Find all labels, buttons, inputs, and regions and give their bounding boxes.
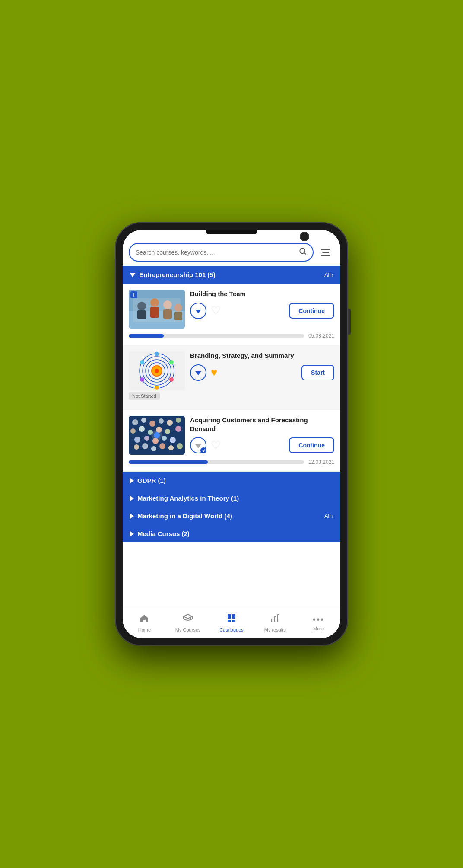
section-title-ma: Marketing Analytics in Theory (1) — [137, 495, 239, 502]
svg-point-34 — [139, 426, 145, 432]
section-all-md[interactable]: All › — [324, 513, 333, 520]
svg-rect-55 — [232, 620, 235, 622]
svg-point-46 — [151, 446, 156, 451]
section-header-marketing-analytics[interactable]: Marketing Analytics in Theory (1) — [123, 489, 340, 507]
all-label: All — [324, 271, 330, 278]
svg-point-22 — [169, 377, 174, 382]
section-header-left-mc: Media Cursus (2) — [130, 530, 190, 537]
heart-icon[interactable]: ♡ — [211, 304, 221, 317]
svg-point-19 — [155, 369, 159, 373]
filter-line-3 — [321, 255, 330, 256]
course-thumbnail-team: i — [129, 290, 185, 329]
svg-point-20 — [155, 352, 159, 356]
all-label-md: All — [324, 513, 330, 519]
svg-point-33 — [130, 428, 136, 434]
section-header-marketing-digital[interactable]: Marketing in a Digital World (4) All › — [123, 507, 340, 525]
svg-point-24 — [140, 377, 144, 382]
info-badge: i — [130, 291, 137, 298]
continue-button-customers[interactable]: Continue — [289, 437, 334, 453]
course-thumbnail-strategy — [129, 351, 185, 390]
download-check-badge — [200, 447, 206, 453]
download-button[interactable] — [190, 303, 206, 319]
section-header-left-gdpr: GDPR (1) — [130, 477, 166, 484]
phone-frame: Entrepreneurship 101 (5) All › — [115, 222, 348, 646]
course-title-branding: Branding, Strategy, and Summary — [190, 351, 334, 360]
nav-item-home[interactable]: Home — [123, 610, 166, 636]
phone-camera — [300, 232, 309, 241]
chevron-right-icon-md: › — [331, 513, 333, 520]
svg-rect-56 — [271, 619, 273, 622]
status-badge: Not Started — [129, 392, 160, 400]
filter-button[interactable] — [317, 244, 334, 261]
svg-point-32 — [176, 418, 181, 423]
heart-icon-customers[interactable]: ♡ — [211, 439, 221, 452]
course-actions-customers: ♡ Continue — [190, 437, 334, 453]
filter-line-2 — [322, 252, 329, 253]
section-header-media-cursus[interactable]: Media Cursus (2) — [123, 525, 340, 542]
progress-row-customers: 12.03.2021 — [129, 455, 334, 471]
svg-line-1 — [304, 252, 305, 254]
nav-item-catalogues[interactable]: Catalogues — [210, 610, 254, 636]
svg-point-11 — [174, 304, 182, 312]
thumb-strategy-bg — [129, 351, 185, 390]
search-bar[interactable] — [129, 243, 314, 262]
svg-point-23 — [155, 386, 159, 390]
nav-item-my-courses[interactable]: My Courses — [166, 610, 210, 636]
progress-date: 05.08.2021 — [308, 333, 334, 339]
nav-label-my-results: My results — [264, 627, 286, 632]
course-info: Building the Team ♡ Continue — [190, 290, 334, 319]
progress-bar — [129, 334, 304, 338]
svg-rect-58 — [277, 615, 279, 622]
download-arrow-icon — [195, 310, 201, 313]
bottom-nav: Home My Courses — [123, 607, 340, 638]
svg-point-48 — [168, 445, 174, 450]
my-courses-icon — [183, 613, 193, 626]
svg-point-51 — [154, 432, 160, 438]
svg-point-25 — [140, 360, 144, 364]
chevron-right-icon: › — [331, 271, 333, 278]
heart-icon-branding[interactable]: ♥ — [211, 366, 217, 379]
nav-item-my-results[interactable]: My results — [253, 610, 297, 636]
section-header-left-ma: Marketing Analytics in Theory (1) — [130, 495, 239, 502]
section-header-entrepreneurship[interactable]: Entrepreneurship 101 (5) All › — [123, 266, 340, 284]
content-area: Entrepreneurship 101 (5) All › — [123, 266, 340, 607]
svg-point-37 — [165, 429, 170, 434]
svg-point-43 — [170, 437, 176, 443]
svg-point-47 — [159, 443, 165, 449]
svg-point-42 — [162, 436, 167, 441]
arrow-right-icon-ma — [130, 495, 134, 501]
arrow-down-icon — [130, 273, 136, 277]
course-card-branding: Branding, Strategy, and Summary ♥ Start … — [123, 345, 340, 410]
nav-label-more: More — [313, 626, 324, 631]
course-thumbnail-customers — [129, 416, 185, 455]
svg-point-45 — [142, 443, 148, 449]
course-actions: ♡ Continue — [190, 303, 334, 319]
progress-fill — [129, 334, 164, 338]
arrow-right-icon-md — [130, 513, 134, 519]
search-input[interactable] — [136, 249, 299, 256]
course-actions-branding: ♥ Start — [190, 364, 334, 381]
section-header-gdpr[interactable]: GDPR (1) — [123, 472, 340, 489]
progress-row: 05.08.2021 — [129, 329, 334, 345]
svg-point-29 — [149, 421, 155, 427]
svg-point-28 — [141, 418, 146, 423]
arrow-right-icon-mc — [130, 531, 134, 537]
download-button-branding[interactable] — [190, 364, 206, 381]
progress-bar-customers — [129, 460, 304, 464]
nav-label-catalogues: Catalogues — [219, 627, 244, 632]
start-button[interactable]: Start — [301, 365, 334, 380]
phone-side-button — [348, 309, 351, 335]
continue-button[interactable]: Continue — [289, 303, 334, 319]
download-button-customers[interactable] — [190, 437, 206, 453]
svg-rect-10 — [163, 309, 172, 319]
search-button[interactable] — [299, 247, 307, 257]
nav-item-more[interactable]: ••• More — [297, 611, 340, 635]
svg-rect-6 — [137, 310, 146, 319]
course-card-building-team: i Building the Team ♡ Continue — [123, 284, 340, 345]
svg-point-9 — [163, 300, 172, 309]
svg-rect-57 — [274, 617, 276, 622]
more-icon: ••• — [313, 615, 324, 625]
course-card-inner: i Building the Team ♡ Continue — [129, 290, 334, 329]
section-all-link[interactable]: All › — [324, 271, 333, 278]
progress-date-customers: 12.03.2021 — [308, 459, 334, 465]
